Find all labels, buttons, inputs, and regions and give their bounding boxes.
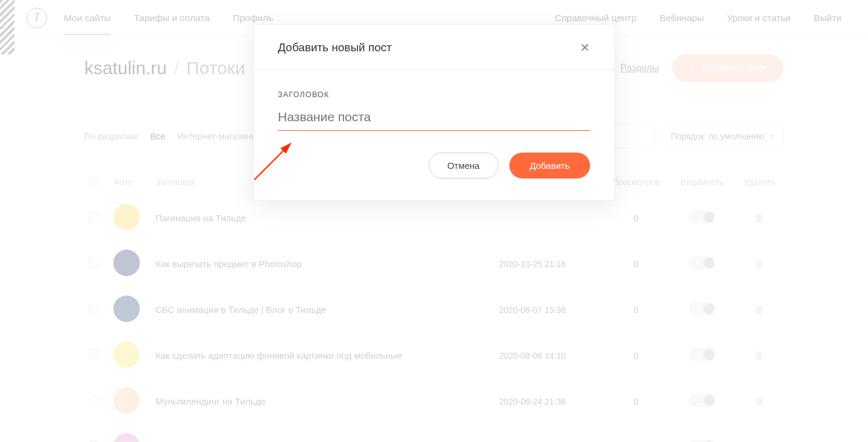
cancel-button[interactable]: Отмена [429, 153, 498, 178]
submit-button[interactable]: Добавить [509, 153, 590, 178]
post-title-input[interactable] [278, 107, 590, 131]
add-post-modal: Добавить новый пост ✕ ЗАГОЛОВОК Отмена Д… [253, 24, 615, 201]
modal-title: Добавить новый пост [278, 41, 392, 54]
close-icon[interactable]: ✕ [580, 40, 590, 55]
field-label: ЗАГОЛОВОК [278, 90, 590, 99]
